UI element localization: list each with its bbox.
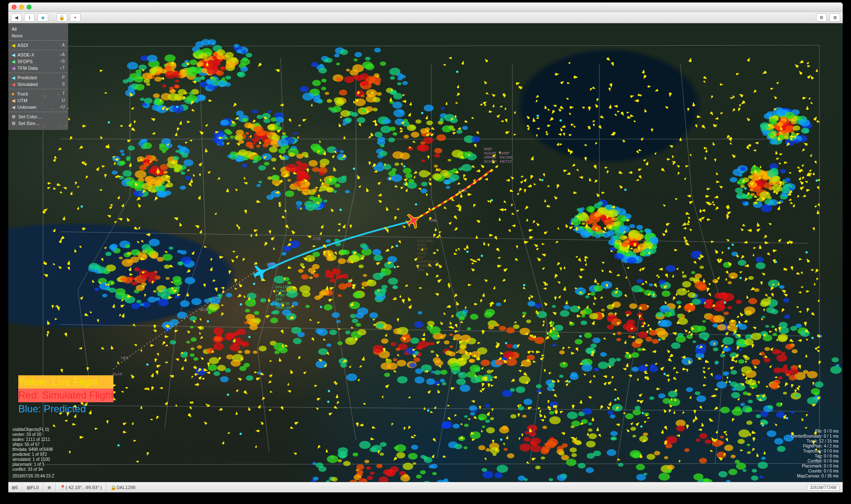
svg-point-1267: [761, 457, 766, 460]
svg-point-1112: [702, 320, 706, 323]
svg-point-885: [374, 289, 386, 296]
svg-point-1114: [601, 309, 605, 311]
svg-point-521: [342, 123, 346, 126]
svg-point-607: [379, 151, 387, 156]
svg-point-1521: [366, 466, 371, 470]
svg-point-1039: [559, 375, 564, 378]
svg-point-863: [338, 284, 347, 290]
layer-simulated-row[interactable]: ◀SimulatedS: [12, 81, 65, 88]
svg-point-1033: [481, 360, 490, 366]
svg-point-744: [209, 357, 219, 364]
svg-point-748: [190, 347, 194, 350]
svg-point-924: [387, 362, 397, 370]
svg-point-969: [413, 357, 420, 362]
svg-point-2007: [239, 433, 242, 435]
svg-point-856: [342, 250, 349, 255]
svg-point-1973: [639, 252, 646, 257]
svg-point-1207: [682, 275, 686, 278]
layer-utm-row[interactable]: ◀UTMU: [12, 97, 65, 104]
svg-point-923: [415, 377, 425, 384]
svg-point-648: [136, 300, 141, 303]
svg-point-973: [315, 328, 323, 334]
svg-point-778: [180, 300, 189, 307]
svg-point-1387: [571, 453, 577, 457]
map-canvas[interactable]: All None ◀ASDIA ◀ASDE-X○A ◀SFDPS○S ◀TFM …: [8, 23, 843, 482]
svg-point-1980: [456, 71, 459, 73]
svg-point-435: [258, 181, 262, 183]
svg-point-1073: [570, 374, 579, 380]
svg-point-1133: [676, 301, 681, 304]
svg-point-2025: [491, 199, 493, 202]
svg-point-1214: [706, 299, 713, 304]
svg-point-1061: [470, 314, 478, 320]
svg-point-82: [135, 84, 145, 91]
svg-point-405: [271, 158, 277, 161]
lock-button[interactable]: 🔒: [57, 13, 67, 22]
svg-point-1882: [594, 213, 600, 218]
mac-titlebar[interactable]: [8, 2, 843, 12]
svg-point-73: [184, 92, 187, 94]
svg-point-1537: [714, 374, 722, 380]
svg-point-1048: [496, 303, 501, 306]
svg-point-774: [191, 338, 197, 342]
svg-point-866: [367, 279, 373, 283]
svg-point-970: [443, 334, 446, 337]
sb-callsign[interactable]: 🔒 DAL1298: [106, 482, 135, 492]
svg-point-1121: [598, 362, 608, 369]
minimize-icon[interactable]: [19, 5, 24, 10]
svg-point-1595: [778, 351, 782, 354]
svg-point-446: [298, 171, 308, 179]
svg-point-2001: [421, 112, 423, 115]
layer-asdi-row[interactable]: ◀ASDIA: [12, 42, 65, 49]
layers-button[interactable]: ≣: [829, 13, 840, 22]
legend-pred: Blue: Predicted: [18, 402, 113, 416]
layer-sfdps-row[interactable]: ◀SFDPS○S: [12, 58, 65, 65]
svg-point-1342: [649, 396, 654, 400]
svg-point-961: [442, 382, 447, 386]
svg-point-617: [389, 127, 396, 131]
sb-flightlevel[interactable]: ▤ FL0: [22, 482, 39, 492]
svg-point-1285: [762, 421, 768, 425]
svg-point-1271: [632, 435, 636, 437]
svg-point-583: [448, 170, 455, 175]
svg-point-455: [334, 54, 339, 57]
layer-unknown-row[interactable]: ◀Unknown○U: [12, 104, 65, 110]
info-button[interactable]: ℹ: [24, 13, 35, 22]
settings-button[interactable]: ⚙: [816, 13, 827, 22]
svg-point-530: [365, 106, 373, 112]
layer-tfm-row[interactable]: ◀TFM Data○T: [12, 65, 65, 71]
layer-all-row[interactable]: All: [12, 26, 65, 32]
svg-point-1381: [485, 419, 490, 423]
close-icon[interactable]: [12, 5, 17, 10]
svg-point-1989: [816, 179, 818, 182]
gem-button[interactable]: ◆: [37, 13, 48, 22]
nav-back-button[interactable]: ◀: [11, 13, 22, 22]
layer-truck-row[interactable]: ■TruckT: [12, 91, 65, 97]
svg-point-1616: [765, 347, 770, 351]
svg-point-1619: [739, 324, 747, 330]
svg-point-354: [174, 164, 182, 170]
svg-point-794: [253, 318, 261, 323]
svg-point-1168: [649, 330, 657, 335]
layer-predicted-row[interactable]: ◀PredictedP: [12, 74, 65, 81]
svg-point-101: [189, 59, 197, 65]
svg-point-1088: [649, 283, 653, 286]
svg-point-1234: [754, 288, 760, 292]
svg-point-1856: [582, 223, 585, 225]
svg-point-2029: [403, 165, 406, 168]
svg-point-1337: [758, 462, 767, 469]
svg-point-1998: [736, 325, 738, 327]
layer-panel[interactable]: All None ◀ASDIA ◀ASDE-X○A ◀SFDPS○S ◀TFM …: [8, 23, 68, 130]
zoom-icon[interactable]: [27, 5, 32, 10]
layer-asdex-row[interactable]: ◀ASDE-X○A: [12, 51, 65, 58]
rec-button[interactable]: ●: [70, 13, 81, 22]
svg-point-2000: [81, 206, 83, 208]
svg-point-1608: [738, 339, 745, 344]
svg-point-1519: [385, 469, 396, 477]
svg-point-377: [258, 165, 266, 171]
svg-point-1352: [510, 414, 517, 418]
set-color-row[interactable]: ⚙Set Color…: [12, 113, 65, 120]
svg-point-1022: [471, 351, 480, 358]
layer-none-row[interactable]: None: [12, 32, 65, 39]
set-size-row[interactable]: ⚙Set Size…: [12, 120, 65, 127]
